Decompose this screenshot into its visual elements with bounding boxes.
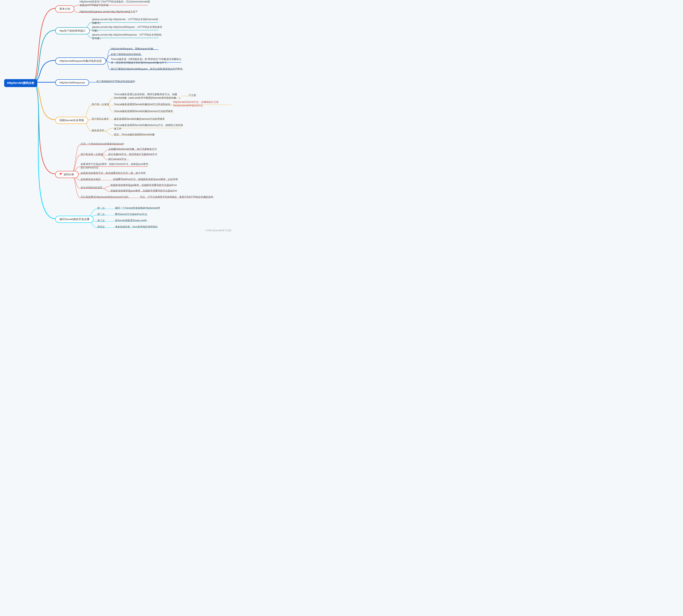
branch-http-package[interactable]: http包下面的类和接口 bbox=[55, 27, 90, 35]
leaf: jakarta.servlet.http.HttpServlet （HTTP协议… bbox=[92, 18, 163, 25]
sub-label: 如果请求方式是get请求，则执行doGet方法，如果是post请求，执行doPo… bbox=[81, 162, 151, 170]
sub-label: 用户第N次请求 bbox=[92, 117, 109, 121]
leaf: 然后，Tomcat服务器销毁Servlet对象 bbox=[114, 133, 155, 136]
leaf: 后端重写doPost方法，前端就应该发送post请求，以此类推 bbox=[113, 178, 178, 181]
leaf: 可以，只不过你享受不到405错误。享受不到HTTP协议专属的东西。 bbox=[140, 195, 216, 199]
leaf: 专门用来响应HTTP协议到浏览器的 bbox=[96, 80, 135, 83]
sub-label: 可以直接重写HttpServlet类的service方法吗 bbox=[81, 195, 128, 199]
leaf: 编写一个Servlet类直接继承HttpServlet类 bbox=[115, 206, 160, 210]
branch-request-info[interactable]: HttpServletRequest对象封装的信息 bbox=[55, 58, 106, 65]
branch-source-analysis-label: 源码分析 bbox=[64, 173, 74, 176]
leaf: jakarta.servlet.http.HttpServletResponse… bbox=[92, 33, 163, 40]
sub-label: 第三步 bbox=[97, 219, 105, 222]
leaf: HttpServlet在jakarta.servlet.http.HttpSer… bbox=[80, 10, 138, 14]
sub-label: 如果发送的请求方式，和后端重写的方法不一致，就会报错 bbox=[81, 171, 146, 175]
leaf: 前端发送的请求是get请求，后端程序员重写的方法是doPost bbox=[110, 183, 177, 187]
leaf: 我们只要面向HttpServletRequest，就可以获取请求协议中的数据。 bbox=[111, 67, 185, 71]
sub-label: 服务器关闭 bbox=[92, 129, 104, 132]
leaf: 服务器调用Servlet对象的service方法处理请求 bbox=[114, 117, 165, 121]
leaf: jakarta.servlet.http.HttpServletRequest … bbox=[92, 25, 163, 32]
watermark: CSDN @Java的学习之路 bbox=[206, 229, 231, 232]
annotation: HttpServlet没有init方法，会继续执行父类GenericServle… bbox=[173, 101, 231, 107]
leaf: 重写doGet方法或doPost方法 bbox=[115, 213, 147, 216]
sub-label: 用户发送第一次请求 bbox=[81, 153, 103, 156]
branch-dev-steps[interactable]: 编写Servlet类的开发步骤 bbox=[55, 216, 93, 223]
annotation: 子主题 bbox=[189, 93, 196, 97]
leaf: Tomcat服务器调用Servlet对象的destroy方法，做销毁之前的准备工… bbox=[114, 124, 185, 131]
flag-icon: 🚩 bbox=[59, 173, 63, 176]
branch-lifecycle[interactable]: 回顾Servlet生命周期 bbox=[55, 117, 88, 124]
sub-label: 先写一个类HelloServlet继承HttpServlet bbox=[81, 142, 124, 146]
mindmap-canvas: HttpServlet源码分析 基本介绍 HttpServlet类是专门为HTT… bbox=[0, 0, 233, 233]
sub-label: 发生405错误的原因 bbox=[81, 186, 102, 190]
branch-source-analysis[interactable]: 🚩源码分析 bbox=[55, 171, 79, 178]
leaf: 执行service方法 bbox=[108, 157, 126, 161]
leaf: Tomcat服务器（WEB服务器）将"请求协议"中的数据全部解析出来，然后将这些… bbox=[111, 58, 182, 65]
sub-label: 第二步 bbox=[97, 213, 105, 216]
sub-label: 用户第一次请求 bbox=[92, 103, 109, 106]
leaf: 会创建HelloServlet对象，执行无参构造方法 bbox=[108, 148, 157, 151]
leaf: HttpServletRequest，简称request对象。 bbox=[111, 47, 156, 51]
leaf: 前端发送的请求是post请求，后端程序员重写的方法是doGet bbox=[110, 189, 177, 193]
leaf: 把Servlet类配置到web.xml中 bbox=[115, 219, 147, 222]
branch-basic-intro[interactable]: 基本介绍 bbox=[55, 5, 74, 13]
root-node[interactable]: HttpServlet源码分析 bbox=[4, 79, 37, 87]
sub-label: 如何避免发生错误 bbox=[81, 178, 101, 181]
sub-label: 第一步 bbox=[97, 206, 105, 210]
leaf: Tomcat服务器通过反射机制，调用无参数构造方法。创建Servlet对象（we… bbox=[114, 93, 185, 100]
leaf: Tomcat服务器调用Servlet对象的init方法完成初始化。 bbox=[114, 103, 173, 106]
leaf: 执行有参init方法，然后再执行无参的init方法 bbox=[108, 153, 157, 156]
leaf: HttpServlet类是专门为HTTP协议准备的，它比GenericServl… bbox=[80, 0, 150, 7]
leaf: 准备前端页面，form表单指定请求路径 bbox=[115, 225, 157, 229]
branch-response[interactable]: HttpServletResponse bbox=[55, 79, 89, 86]
leaf: 封装了请求协议的全部内容。 bbox=[111, 53, 143, 56]
leaf: Tomcat服务器调用Servlet对象的service方法处理请求。 bbox=[114, 110, 175, 113]
sub-label: 第四步 bbox=[97, 225, 105, 229]
